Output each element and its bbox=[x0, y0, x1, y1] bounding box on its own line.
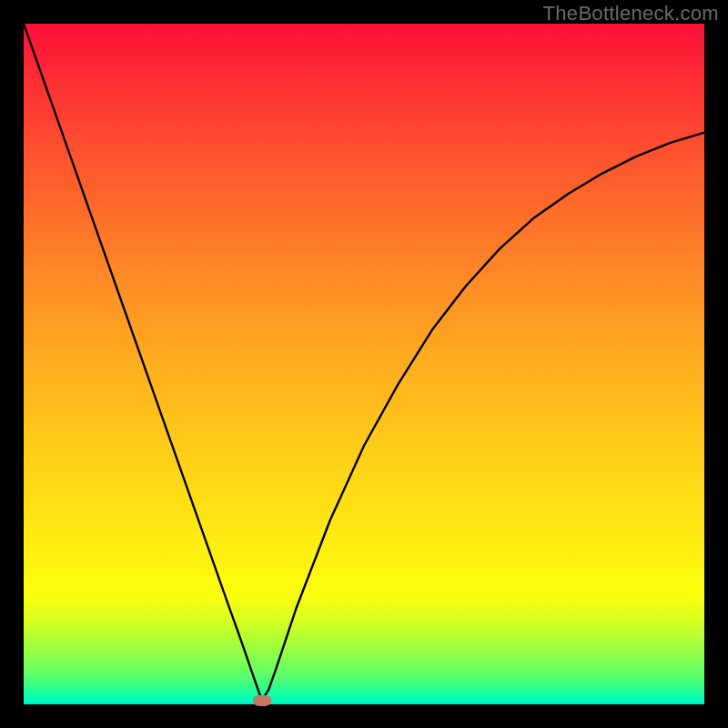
plot-area bbox=[24, 24, 704, 704]
bottleneck-curve bbox=[24, 24, 704, 704]
optimal-point-marker bbox=[253, 695, 271, 706]
curve-path bbox=[24, 24, 704, 701]
chart-frame: TheBottleneck.com bbox=[0, 0, 728, 728]
watermark-text: TheBottleneck.com bbox=[543, 2, 719, 25]
